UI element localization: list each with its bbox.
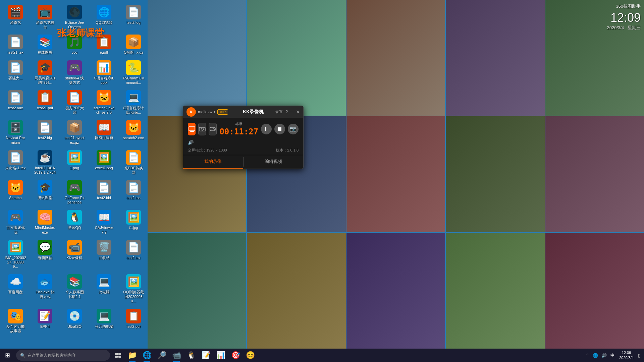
desktop-icon-pdf-dashi[interactable]: 📄极方PDF大师 (62, 89, 87, 116)
test21tex-label: test21.tex (7, 50, 23, 55)
desktop-icon-studio64[interactable]: 🎮studio64 快捷方式 (62, 59, 87, 86)
desktop-icon-guangpdf[interactable]: 📄光PDF转换器 (121, 149, 146, 176)
desktop-icon-wuming1[interactable]: 📄未命名-1.tex (3, 149, 28, 176)
test2log-label: test2.log (126, 20, 141, 25)
desktop-icon-test2pdf[interactable]: 📋test2.pdf (121, 307, 146, 335)
wuming1-icon: 📄 (8, 150, 23, 165)
kk-timer-label: 标准 (235, 121, 243, 126)
desktop-icon-geforce[interactable]: 🎮GeForce Experience (62, 179, 87, 206)
desktop-icon-ultraiso[interactable]: 💿UltraISO (62, 307, 87, 335)
desktop-icon-zaixianshu[interactable]: 📚在线图书 (33, 33, 57, 56)
desktop-icon-navicat[interactable]: 🗄️Navicat Premium (3, 119, 28, 146)
intellij-icon: ☕ (38, 150, 52, 165)
app-name: 360截图助手 (607, 3, 641, 9)
top-right-info: 360截图助手 12:09 2020/3/4 星期三 (607, 3, 641, 31)
desktop-icon-t1jpg[interactable]: 🖼️t1.jpg (121, 208, 146, 236)
taskbar-app-search[interactable]: 🔎 (154, 349, 169, 362)
desktop-icon-geren-zishu[interactable]: 📚个人数字图书馆2.1 (62, 273, 87, 305)
desktop-icon-test21pdf[interactable]: 📋test21.pdf (33, 89, 57, 116)
desktop-icon-test21tex[interactable]: 📄test21.tex (3, 33, 28, 56)
test2tex2-label: test2.tex (126, 256, 141, 260)
desktop-icon-test2bbl[interactable]: 📄test2.bbl (92, 179, 116, 206)
kk-dropdown-icon[interactable]: ▾ (214, 110, 215, 114)
kk-tab-my-recording[interactable]: 我的录像 (183, 155, 243, 169)
desktop-icon-aiqiyi[interactable]: 🎬爱奇艺 (3, 3, 28, 31)
desktop-icon-qmpdf[interactable]: 📦QM图...x.gz (121, 33, 146, 56)
kk-screen-record-btn[interactable] (188, 123, 196, 135)
taskbar-search-box[interactable]: 🔍 在这里输入你要搜索的内容 (16, 350, 110, 361)
desktop-icon-tengxunke[interactable]: 🎓腾讯课堂 (33, 179, 57, 206)
desktop-icon-huizhan[interactable]: 🗑️回收站 (92, 239, 116, 270)
kk-help-btn[interactable]: ? (285, 110, 288, 114)
taskbar-task-view-btn[interactable] (111, 349, 125, 362)
desktop-icon-test2tex2[interactable]: 📄test2.tex (121, 239, 146, 270)
desktop-icon-scratch[interactable]: 🐱Scratch (3, 179, 28, 206)
taskbar-app-file-explorer[interactable]: 📁 (125, 349, 140, 362)
desktop-icon-iqiyi-broadcast[interactable]: 📺爱奇艺龙播台 (33, 3, 57, 31)
kk-snapshot-btn[interactable]: 📷 (288, 124, 299, 134)
taskbar-clock[interactable]: 12:09 2020/3/4 (617, 350, 636, 361)
tengxunke-icon: 🎓 (38, 180, 52, 195)
desktop-icon-1png[interactable]: 🖼️1.png (62, 149, 87, 176)
kk-settings-btn[interactable]: 设置 (275, 109, 283, 114)
test21syncex-label: test21.synctex.gz (64, 136, 85, 144)
desktop-icon-excel1png[interactable]: 🖼️excel1.png (92, 149, 116, 176)
kk-camera-btn[interactable] (198, 123, 206, 135)
desktop-icon-scratch2[interactable]: 🐱scratch2.exe ch-se-2.0 (92, 89, 116, 116)
kk-minimize-btn[interactable]: ─ (290, 109, 294, 115)
desktop-icon-scratch2-2[interactable]: 🐱scratch2.exe (121, 119, 146, 146)
desktop-icon-youdaojy[interactable]: 🎓网易教育2018年9月... (33, 59, 57, 86)
desktop-icon-weixin[interactable]: 💬电脑微信 (33, 239, 57, 270)
desktop-icon-fish-exe[interactable]: 🐟Fish.exe 快捷方式 (33, 273, 57, 305)
desktop-icon-bici[interactable]: 💻此电脑 (92, 273, 116, 305)
pycharm-icon: 🐍 (126, 60, 141, 75)
desktop-icon-pycharm[interactable]: 🐍PyCharm Communit... (121, 59, 146, 86)
taskbar-apps: 📁 🌐 🔎 📹 🐧 📝 📊 🎯 😊 (125, 349, 585, 362)
desktop-icon-img2020[interactable]: 🖼️IMG_20200227_180909... (3, 239, 28, 270)
desktop-icon-aijy-neng[interactable]: 🎭爱百艺万能故事器 (3, 307, 28, 335)
desktop-icon-clang-jihua[interactable]: 💻C语言程序计 [回动保... (121, 89, 146, 116)
fish-exe-label: Fish.exe 快捷方式 (34, 290, 56, 299)
taskbar-chevron-up[interactable]: ⌃ (585, 352, 590, 359)
taskbar-app-2[interactable]: 😊 (243, 349, 258, 362)
kk-tab-edit-video[interactable]: 编辑视频 (244, 155, 304, 169)
test2bbl-label: test2.bbl (97, 196, 111, 200)
desktop-icon-test2log[interactable]: 📄test2.log (121, 3, 146, 31)
desktop-icon-intellij[interactable]: ☕IntelliJ IDEA 2019.1.2 x64 (33, 149, 57, 176)
taskbar-app-edge[interactable]: 🌐 (140, 349, 154, 362)
taskbar-app-ppt[interactable]: 📊 (213, 349, 228, 362)
kk-close-btn[interactable]: ✕ (296, 109, 300, 115)
test2aux-label: test2.aux (8, 106, 23, 110)
desktop-icon-kk-luxiang[interactable]: 📹KK录像机 (62, 239, 87, 270)
desktop-icon-clang-pptx[interactable]: 📊C语言程序it.pptx (92, 59, 116, 86)
kk-pause-btn[interactable]: ⏸ (261, 124, 272, 134)
desktop-icon-fangke-mi[interactable]: 🎮百方版迷你我 (3, 208, 28, 236)
taskbar-volume-icon[interactable]: 🔊 (600, 352, 608, 359)
taskbar-app-kk[interactable]: 📹 (169, 349, 184, 362)
desktop-icon-test2aux[interactable]: 📄test2.aux (3, 89, 28, 116)
desktop-icon-qqliulanqi-jie[interactable]: 🖼️QQ浏览器截图20200030... (121, 273, 146, 305)
taskbar-app-wps[interactable]: 📝 (199, 349, 213, 362)
desktop-icon-test2toc[interactable]: 📄test2.toc (121, 179, 146, 206)
kk-volume-icon[interactable]: 🔊 (188, 140, 194, 145)
desktop-icon-test2blg[interactable]: 📄test2.blg (33, 119, 57, 146)
kk-luxiang-icon: 📹 (67, 240, 82, 255)
desktop-icon-baiduwang[interactable]: ☁️百度网盘 (3, 273, 28, 305)
desktop-icon-mindmaster[interactable]: 🧠MindMaster.exe (33, 208, 57, 236)
taskbar-app-qq[interactable]: 🐧 (184, 349, 199, 362)
desktop-icon-youdao[interactable]: 📖网有道词典 (92, 119, 116, 146)
desktop-icon-yaoqiangk[interactable]: 📄要强大... (3, 59, 28, 86)
taskbar-app-1[interactable]: 🎯 (228, 349, 243, 362)
taskbar-show-desktop-btn[interactable]: ▯ (637, 352, 641, 359)
fish-exe-icon: 🐟 (38, 274, 52, 289)
taskbar-lang-indicator[interactable]: 中 (609, 352, 616, 359)
desktop-icon-cajviewer[interactable]: 📖CAJViewer 7.2 (92, 208, 116, 236)
kk-game-btn[interactable] (209, 123, 217, 135)
desktop-icon-tengxunqq[interactable]: 🐧腾讯QQ (62, 208, 87, 236)
taskbar-network-icon[interactable]: 🌐 (592, 352, 599, 359)
desktop-icon-zhanglao-dian[interactable]: 💻张乃的电脑 (92, 307, 116, 335)
kk-stop-btn[interactable]: ⏹ (274, 124, 285, 134)
desktop-icon-epp4[interactable]: 📝EPP4 (33, 307, 57, 335)
start-button[interactable]: ⊞ (0, 349, 15, 362)
desktop-icon-test21syncex[interactable]: 📦test21.synctex.gz (62, 119, 87, 146)
